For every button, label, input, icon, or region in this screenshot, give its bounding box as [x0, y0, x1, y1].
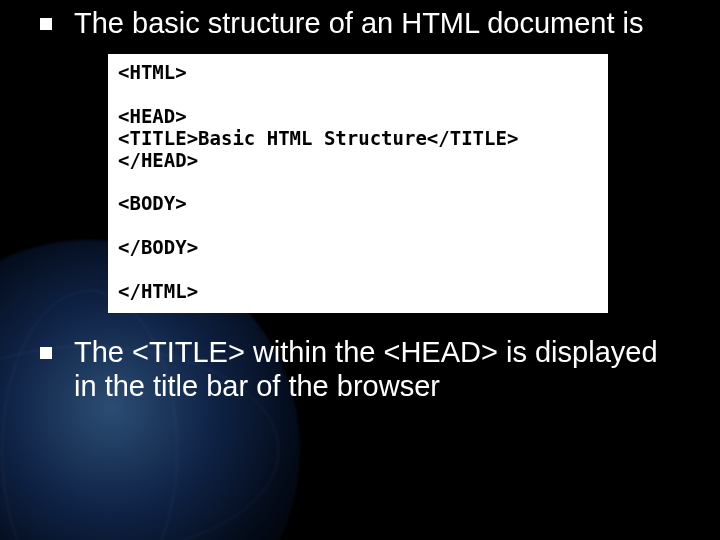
code-example-box: <HTML> <HEAD> <TITLE>Basic HTML Structur… — [108, 54, 608, 312]
bullet-text: The basic structure of an HTML document … — [74, 7, 644, 39]
code-line: </HTML> — [118, 280, 198, 302]
bullet-square-icon — [40, 347, 52, 359]
bullet-text: The <TITLE> within the <HEAD> is display… — [74, 336, 658, 402]
code-line: <TITLE>Basic HTML Structure</TITLE> — [118, 127, 518, 149]
bullet-item-2: The <TITLE> within the <HEAD> is display… — [40, 335, 680, 403]
code-line: <HEAD> — [118, 105, 187, 127]
bullet-list-2: The <TITLE> within the <HEAD> is display… — [40, 335, 680, 403]
slide-content: The basic structure of an HTML document … — [0, 0, 720, 403]
code-line: <HTML> — [118, 61, 187, 83]
bullet-item-1: The basic structure of an HTML document … — [40, 6, 680, 40]
code-line: </HEAD> — [118, 149, 198, 171]
bullet-square-icon — [40, 18, 52, 30]
slide: The basic structure of an HTML document … — [0, 0, 720, 540]
code-line: </BODY> — [118, 236, 198, 258]
code-line: <BODY> — [118, 192, 187, 214]
bullet-list: The basic structure of an HTML document … — [40, 6, 680, 40]
